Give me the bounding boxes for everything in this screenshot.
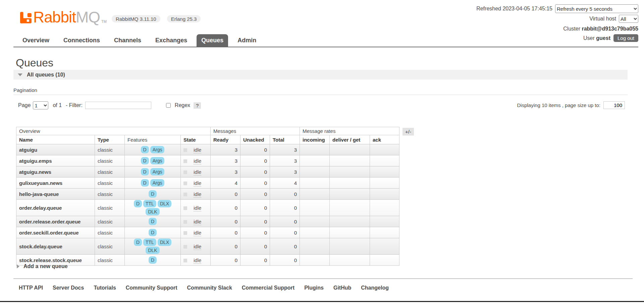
queue-name-link[interactable]: atguigu.news bbox=[16, 166, 95, 178]
total-count: 4 bbox=[270, 178, 300, 189]
column-header-state[interactable]: State bbox=[181, 135, 211, 144]
rabbitmq-logo-icon bbox=[20, 11, 32, 24]
queue-features: D bbox=[125, 189, 181, 200]
state-text: idle bbox=[194, 191, 201, 198]
deliver-get-rate bbox=[330, 189, 370, 200]
ack-rate bbox=[370, 189, 399, 200]
refresh-interval-select[interactable]: Refresh every 5 seconds bbox=[555, 4, 638, 13]
ready-count: 0 bbox=[211, 255, 240, 266]
incoming-rate bbox=[300, 166, 330, 178]
column-header-total[interactable]: Total bbox=[270, 135, 300, 144]
footer-link-server-docs[interactable]: Server Docs bbox=[53, 285, 84, 291]
total-count: 3 bbox=[270, 144, 300, 155]
queue-name-link[interactable]: atguigu.emps bbox=[16, 155, 95, 166]
queue-state: idle bbox=[181, 227, 211, 238]
column-header-ack[interactable]: ack bbox=[370, 135, 399, 144]
footer-link-community-support[interactable]: Community Support bbox=[126, 285, 177, 291]
queue-type: classic bbox=[95, 144, 125, 155]
ack-rate bbox=[370, 238, 399, 255]
page-select[interactable]: 1 bbox=[33, 101, 48, 109]
tab-admin[interactable]: Admin bbox=[233, 34, 261, 47]
queue-row: gulixueyuan.news classic DArgs idle 4 0 … bbox=[16, 178, 399, 189]
filter-label: - Filter: bbox=[66, 102, 83, 108]
feature-badge: D bbox=[149, 256, 157, 264]
regex-help-icon[interactable]: ? bbox=[194, 102, 201, 109]
queue-name-link[interactable]: gulixueyuan.news bbox=[16, 178, 95, 189]
queue-name-link[interactable]: stock.delay.queue bbox=[16, 238, 95, 255]
queue-name-link[interactable]: hello-java-queue bbox=[16, 189, 95, 200]
all-queues-section-header[interactable]: All queues (10) bbox=[13, 70, 628, 80]
queue-row: stock.release.stock.queue classic D idle… bbox=[16, 255, 399, 266]
rabbitmq-version-badge: RabbitMQ 3.11.10 bbox=[112, 15, 160, 22]
queue-row: order.seckill.order.queue classic D idle… bbox=[16, 227, 399, 238]
queue-name-link[interactable]: order.release.order.queue bbox=[16, 216, 95, 227]
footer-link-github[interactable]: GitHub bbox=[333, 285, 351, 291]
feature-badge: DLX bbox=[158, 239, 171, 246]
tab-exchanges[interactable]: Exchanges bbox=[151, 34, 192, 47]
feature-badge: D bbox=[141, 168, 149, 175]
total-count: 0 bbox=[270, 238, 300, 255]
queue-name-link[interactable]: atguigu bbox=[16, 144, 95, 155]
queue-features: D bbox=[125, 227, 181, 238]
queue-name-link[interactable]: order.seckill.order.queue bbox=[16, 227, 95, 238]
regex-checkbox[interactable] bbox=[166, 103, 171, 108]
column-header-deliver-get[interactable]: deliver / get bbox=[330, 135, 370, 144]
queue-row: atguigu.news classic DArgs idle 3 0 3 bbox=[16, 166, 399, 178]
queue-features: D bbox=[125, 216, 181, 227]
displaying-label: Displaying 10 items , page size up to: bbox=[517, 102, 600, 108]
feature-badge: D bbox=[141, 157, 149, 164]
queue-name-link[interactable]: order.delay.queue bbox=[16, 200, 95, 216]
footer-link-tutorials[interactable]: Tutorials bbox=[94, 285, 116, 291]
column-header-unacked[interactable]: Unacked bbox=[240, 135, 270, 144]
footer-link-commercial-support[interactable]: Commercial Support bbox=[242, 285, 294, 291]
state-indicator-icon bbox=[183, 193, 187, 196]
tab-channels[interactable]: Channels bbox=[109, 34, 146, 47]
filter-input[interactable] bbox=[85, 102, 151, 109]
column-header-ready[interactable]: Ready bbox=[211, 135, 240, 144]
virtual-host-select[interactable]: All bbox=[619, 15, 638, 23]
footer-link-community-slack[interactable]: Community Slack bbox=[187, 285, 232, 291]
tab-connections[interactable]: Connections bbox=[59, 34, 105, 47]
footer-link-plugins[interactable]: Plugins bbox=[304, 285, 324, 291]
footer-link-http-api[interactable]: HTTP API bbox=[19, 285, 43, 291]
total-count: 0 bbox=[270, 255, 300, 266]
queue-type: classic bbox=[95, 216, 125, 227]
deliver-get-rate bbox=[330, 227, 370, 238]
unacked-count: 0 bbox=[240, 238, 270, 255]
queue-features: DArgs bbox=[125, 155, 181, 166]
ack-rate bbox=[370, 227, 399, 238]
page-title: Queues bbox=[16, 57, 53, 69]
feature-badge: DLK bbox=[146, 247, 159, 254]
footer-link-changelog[interactable]: Changelog bbox=[361, 285, 389, 291]
feature-badge: Args bbox=[150, 157, 165, 164]
feature-badge: Args bbox=[150, 168, 165, 175]
tab-queues[interactable]: Queues bbox=[197, 34, 228, 47]
queue-row: atguigu classic DArgs idle 3 0 3 bbox=[16, 144, 399, 155]
add-queue-section-header[interactable]: Add a new queue bbox=[17, 263, 68, 269]
column-toggle-button[interactable]: +/- bbox=[402, 128, 414, 136]
feature-badge: Args bbox=[150, 146, 165, 153]
page-size-controls: Displaying 10 items , page size up to: bbox=[517, 101, 625, 109]
state-indicator-icon bbox=[183, 206, 187, 210]
deliver-get-rate bbox=[330, 200, 370, 216]
add-queue-label: Add a new queue bbox=[23, 263, 68, 269]
incoming-rate bbox=[300, 200, 330, 216]
column-header-type[interactable]: Type bbox=[95, 135, 125, 144]
section-title: All queues (10) bbox=[27, 72, 65, 78]
state-indicator-icon bbox=[183, 259, 187, 262]
tab-overview[interactable]: Overview bbox=[18, 34, 54, 47]
feature-badge: TTL bbox=[143, 239, 156, 246]
column-header-name[interactable]: Name bbox=[16, 135, 95, 144]
column-header-incoming[interactable]: incoming bbox=[300, 135, 330, 144]
queue-features: DTTLDLXDLK bbox=[125, 238, 181, 255]
state-indicator-icon bbox=[183, 148, 187, 152]
group-header-overview: Overview bbox=[16, 127, 211, 135]
deliver-get-rate bbox=[330, 255, 370, 266]
ack-rate bbox=[370, 155, 399, 166]
incoming-rate bbox=[300, 178, 330, 189]
brand-rabbit: Rabbit bbox=[33, 8, 76, 26]
page-size-input[interactable] bbox=[603, 101, 625, 109]
ack-rate bbox=[370, 200, 399, 216]
total-count: 3 bbox=[270, 155, 300, 166]
state-indicator-icon bbox=[183, 231, 187, 235]
